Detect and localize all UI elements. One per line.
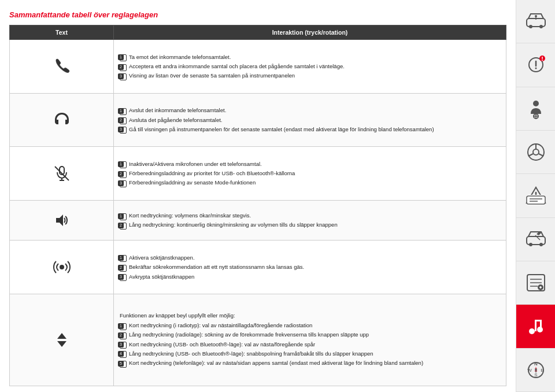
icon-cell — [10, 200, 114, 241]
list-item: 3Avkrypta söktjänstknappen — [120, 272, 500, 281]
list-item: 2Avsluta det pågående telefonsamtalet. — [120, 115, 500, 124]
list-item: 3Gå till visningen på instrumentpanelen … — [120, 124, 500, 134]
svg-point-5 — [60, 265, 64, 269]
arrows-icon — [53, 331, 71, 349]
svg-marker-6 — [57, 333, 66, 339]
icon-cell — [10, 40, 114, 94]
intro-text: Funktionen av knäppet beyl uppfyllt elle… — [120, 312, 500, 319]
sidebar-item-car-info[interactable] — [516, 0, 555, 43]
phone-icon — [53, 57, 71, 76]
list-item: 3Förberedningsladdning av senaste Mode-f… — [120, 178, 500, 187]
svg-point-36 — [529, 243, 532, 246]
svg-line-26 — [528, 154, 533, 156]
svg-rect-50 — [540, 320, 542, 330]
steering-wheel-icon — [525, 141, 547, 163]
svg-text:N: N — [534, 361, 538, 367]
radio-icon — [53, 258, 71, 276]
svg-point-19 — [533, 101, 539, 106]
icon-cell — [10, 147, 114, 201]
content-cell: 1Avslut det inkommande telefonsamtalet.2… — [114, 93, 506, 147]
bullet-list: 1Avslut det inkommande telefonsamtalet.2… — [120, 106, 500, 134]
list-item: 1Inaktivera/Aktivera mikrofonen under et… — [120, 159, 500, 168]
svg-point-46 — [529, 328, 535, 334]
person-wheel-icon — [525, 98, 547, 120]
list-item: 1Kort nedtryckning: volymens ökar/minska… — [120, 211, 500, 220]
bullet-list: 1Kort nedtryckning: volymens ökar/minska… — [120, 211, 500, 230]
sidebar-item-settings-alert[interactable] — [516, 43, 555, 87]
list-item: 4Lång nedtryckning (USB- och Bluetooth®-… — [120, 349, 500, 358]
table-row: 1Ta emot det inkommande telefonsamtalet.… — [10, 40, 506, 94]
bullet-list: 1Inaktivera/Aktivera mikrofonen under et… — [120, 159, 500, 187]
svg-line-27 — [539, 154, 543, 156]
icon-cell — [10, 241, 114, 294]
list-item: 5Kort nedtryckning (telefonläge): val av… — [120, 358, 500, 368]
table-row: 1Inaktivera/Aktivera mikrofonen under et… — [10, 147, 506, 201]
table-row: 1Aktivera söktjänstknappen.2Bekräftar sö… — [10, 241, 506, 294]
sidebar-item-car-wrench[interactable] — [516, 218, 555, 261]
list-item: 2Lång nedtryckning (radioläge): sökning … — [120, 330, 500, 339]
svg-marker-4 — [56, 215, 63, 226]
main-table: Text Interaktion (tryck/rotation) 1Ta em… — [9, 25, 506, 386]
settings-list-icon — [525, 272, 547, 294]
content-cell: 1Aktivera söktjänstknappen.2Bekräftar sö… — [114, 241, 506, 294]
list-item: 1Kort nedtryckning (i radiotyp): val av … — [120, 321, 500, 330]
svg-point-18 — [542, 60, 543, 61]
svg-rect-35 — [527, 236, 545, 245]
svg-rect-8 — [527, 19, 545, 27]
sidebar-item-warning[interactable] — [516, 174, 555, 217]
list-item: 2Lång nedtryckning: kontinuerlig ökning/… — [120, 220, 500, 230]
col-header-text: Text — [10, 25, 114, 40]
volume-icon — [53, 211, 71, 230]
content-cell: 1Ta emot det inkommande telefonsamtalet.… — [114, 40, 506, 94]
list-item: 2Acceptera ett andra inkommande samtal o… — [120, 62, 500, 71]
warning-triangle-icon — [525, 184, 547, 206]
mute-icon — [53, 164, 71, 183]
main-content: Sammanfattande tabell över reglagelagen … — [0, 0, 516, 392]
sidebar-item-settings-list[interactable] — [516, 261, 555, 305]
content-cell: Funktionen av knäppet beyl uppfyllt elle… — [114, 294, 506, 386]
bullet-list: 1Kort nedtryckning (i radiotyp): val av … — [120, 321, 500, 368]
map-compass-icon: N S W E — [525, 359, 547, 381]
table-row: 1Kort nedtryckning: volymens ökar/minska… — [10, 200, 506, 241]
col-header-interaction: Interaktion (tryck/rotation) — [114, 25, 506, 40]
bullet-list: 1Aktivera söktjänstknappen.2Bekräftar sö… — [120, 253, 500, 281]
car-wrench-icon — [525, 228, 547, 250]
list-item: 1Ta emot det inkommande telefonsamtalet. — [120, 52, 500, 61]
icon-cell — [10, 93, 114, 147]
list-item: 2Bekräftar sökrekommendation att ett nyt… — [120, 262, 500, 272]
bullet-list: 1Ta emot det inkommande telefonsamtalet.… — [120, 52, 500, 80]
sidebar-item-person-wheel[interactable] — [516, 87, 555, 131]
svg-point-15 — [535, 68, 537, 69]
table-row: 1Avslut det inkommande telefonsamtalet.2… — [10, 93, 506, 147]
sidebar-item-steering-wheel[interactable] — [516, 131, 555, 174]
table-row: Funktionen av knäppet beyl uppfyllt elle… — [10, 294, 506, 386]
list-item: 3Kort nedtryckning (USB- och Bluetooth®-… — [120, 339, 500, 349]
settings-alert-icon — [525, 54, 547, 76]
list-item: 1Aktivera söktjänstknappen. — [120, 253, 500, 262]
list-item: 3Visning av listan över de senaste 5a sa… — [120, 71, 500, 80]
svg-point-10 — [539, 25, 543, 28]
page-title: Sammanfattande tabell över reglagelagen — [9, 10, 506, 19]
sidebar-item-map[interactable]: N S W E — [516, 349, 555, 392]
svg-point-37 — [539, 243, 543, 246]
svg-point-11 — [535, 15, 537, 17]
car-info-icon — [525, 10, 547, 32]
icon-cell — [10, 294, 114, 386]
svg-point-9 — [529, 25, 532, 28]
content-cell: 1Inaktivera/Aktivera mikrofonen under et… — [114, 147, 506, 201]
svg-text:E: E — [541, 368, 543, 373]
list-item: 1Avslut det inkommande telefonsamtalet. — [120, 106, 500, 115]
headset-icon — [53, 110, 71, 129]
sidebar: N S W E — [516, 0, 555, 392]
music-note-icon — [525, 315, 547, 337]
svg-marker-7 — [57, 341, 66, 347]
svg-point-24 — [533, 149, 539, 155]
svg-text:W: W — [527, 368, 532, 373]
list-item: 2Förberedningsladdning av prioritet för … — [120, 169, 500, 178]
sidebar-item-music[interactable] — [516, 305, 555, 348]
content-cell: 1Kort nedtryckning: volymens ökar/minska… — [114, 200, 506, 241]
